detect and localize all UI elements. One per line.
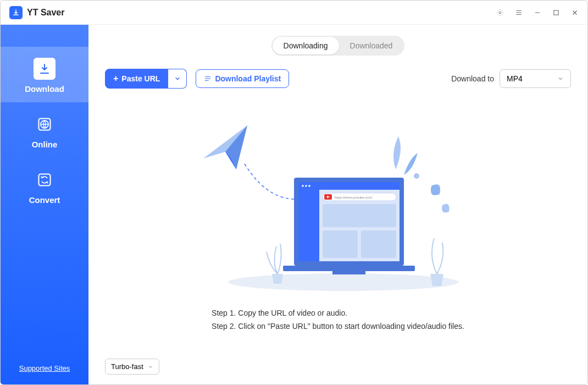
titlebar-right bbox=[496, 9, 579, 16]
svg-rect-1 bbox=[554, 10, 558, 14]
chevron-down-icon bbox=[174, 75, 181, 82]
titlebar: YT Saver bbox=[1, 1, 587, 25]
tabs-row: Downloading Downloaded bbox=[105, 36, 571, 56]
toolbar: + Paste URL Download Playlist Download t… bbox=[105, 69, 571, 89]
playlist-icon bbox=[204, 75, 212, 82]
supported-sites-link[interactable]: Supported Sites bbox=[19, 364, 70, 372]
sidebar-item-label: Online bbox=[32, 140, 58, 149]
step-2: Step 2. Click on "Paste URL" button to s… bbox=[212, 320, 464, 333]
tab-pill: Downloading Downloaded bbox=[271, 36, 405, 56]
download-to-group: Download to MP4 bbox=[451, 69, 571, 88]
speed-select[interactable]: Turbo-fast bbox=[105, 359, 159, 375]
speed-value: Turbo-fast bbox=[111, 362, 143, 371]
close-button[interactable] bbox=[571, 9, 579, 16]
tab-downloaded[interactable]: Downloaded bbox=[339, 37, 404, 54]
svg-point-12 bbox=[308, 185, 310, 187]
svg-rect-4 bbox=[39, 174, 51, 186]
tab-downloading[interactable]: Downloading bbox=[273, 37, 339, 54]
chevron-down-icon bbox=[148, 364, 153, 370]
svg-point-5 bbox=[228, 273, 459, 291]
plus-icon: + bbox=[113, 74, 118, 84]
step-1: Step 1. Copy the URL of video or audio. bbox=[212, 307, 464, 320]
settings-icon[interactable] bbox=[496, 9, 504, 16]
maximize-button[interactable] bbox=[552, 9, 560, 16]
download-to-select[interactable]: MP4 bbox=[500, 69, 571, 88]
chevron-down-icon bbox=[557, 75, 564, 82]
sidebar-item-label: Download bbox=[25, 84, 64, 94]
svg-rect-9 bbox=[298, 182, 400, 190]
sidebar-item-label: Convert bbox=[29, 195, 60, 205]
footer: Turbo-fast bbox=[105, 359, 571, 375]
svg-rect-20 bbox=[332, 271, 365, 274]
download-playlist-button[interactable]: Download Playlist bbox=[196, 69, 289, 88]
app-title: YT Saver bbox=[27, 8, 64, 18]
download-to-value: MP4 bbox=[507, 74, 523, 83]
svg-point-6 bbox=[414, 173, 419, 179]
sidebar-item-convert[interactable]: Convert bbox=[1, 158, 88, 213]
paste-url-label: Paste URL bbox=[121, 74, 160, 83]
menu-icon[interactable] bbox=[515, 9, 523, 16]
minimize-button[interactable] bbox=[534, 9, 541, 16]
convert-icon bbox=[34, 169, 56, 191]
download-playlist-label: Download Playlist bbox=[215, 74, 281, 83]
sidebar-item-download[interactable]: Download bbox=[1, 47, 88, 102]
main-panel: Downloading Downloaded + Paste URL Downl… bbox=[88, 25, 587, 384]
sidebar: Download Online Convert Supported Sites bbox=[1, 25, 88, 384]
paste-url-button[interactable]: + Paste URL bbox=[105, 69, 168, 89]
paste-url-dropdown[interactable] bbox=[168, 69, 187, 89]
svg-rect-17 bbox=[323, 230, 358, 258]
download-icon bbox=[34, 58, 56, 80]
svg-rect-16 bbox=[323, 204, 396, 227]
app-icon bbox=[9, 6, 23, 19]
svg-point-10 bbox=[302, 185, 304, 187]
illustration-url: https://www.youtube.com/ bbox=[335, 196, 373, 199]
download-to-label: Download to bbox=[451, 74, 494, 83]
illustration-svg: https://www.youtube.com/ bbox=[184, 114, 492, 301]
sidebar-item-online[interactable]: Online bbox=[1, 102, 88, 158]
svg-rect-13 bbox=[298, 190, 319, 261]
illustration: https://www.youtube.com/ Step 1. Copy th… bbox=[105, 89, 571, 359]
paste-url-group: + Paste URL bbox=[105, 69, 187, 89]
svg-rect-18 bbox=[361, 230, 396, 258]
svg-point-11 bbox=[305, 185, 307, 187]
titlebar-left: YT Saver bbox=[9, 6, 64, 19]
svg-rect-19 bbox=[283, 266, 415, 271]
steps: Step 1. Copy the URL of video or audio. … bbox=[212, 307, 464, 333]
svg-point-0 bbox=[499, 12, 501, 14]
globe-icon bbox=[34, 113, 56, 135]
